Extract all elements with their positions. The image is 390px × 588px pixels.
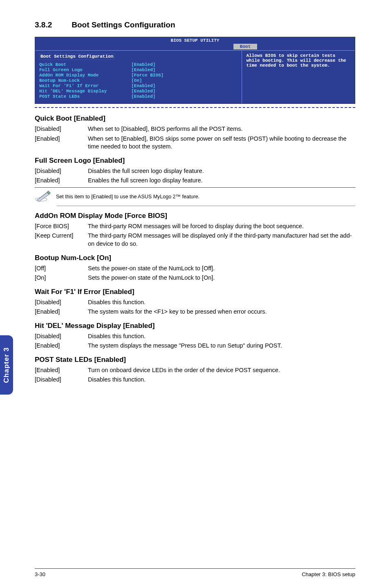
setting-block: Wait For 'F1' If Error [Enabled][Disable…: [35, 288, 355, 316]
setting-row-value: The third-party ROM messages will be for…: [88, 222, 355, 231]
bios-item-key: Wait For 'F1' If Error: [39, 83, 131, 88]
setting-row-key: [On]: [35, 274, 88, 282]
side-chapter-tab: Chapter 3: [0, 335, 13, 395]
note-divider-top: [35, 187, 355, 188]
bios-tabs: Boot: [35, 44, 355, 50]
section-title: Boot Settings Configuration: [72, 20, 175, 29]
setting-row-value: Disables the full screen logo display fe…: [88, 167, 355, 175]
bios-left-pane: Boot Settings Configuration Quick Boot[E…: [35, 51, 242, 103]
setting-block: Quick Boot [Enabled][Disabled]When set t…: [35, 114, 355, 151]
dashed-divider: [35, 107, 355, 108]
bios-setup-panel: BIOS SETUP UTILITY Boot Boot Settings Co…: [35, 37, 355, 104]
setting-row-value: The third-party ROM messages will be dis…: [88, 232, 355, 248]
bios-body: Boot Settings Configuration Quick Boot[E…: [35, 50, 355, 103]
bios-item-key: Hit 'DEL' Message Display: [39, 89, 131, 94]
setting-row: [Disabled]Disables this function.: [35, 376, 355, 384]
bios-item-value: [Force BIOS]: [131, 73, 164, 78]
setting-row-value: Disables this function.: [88, 332, 355, 341]
setting-row-key: [Enabled]: [35, 342, 88, 350]
footer-page-number: 3-30: [35, 571, 45, 577]
bios-item-row: Full Screen Logo[Enabled]: [39, 67, 238, 72]
footer-chapter-label: Chapter 3: BIOS setup: [302, 571, 355, 577]
svg-marker-1: [37, 192, 49, 202]
setting-block: Bootup Num-Lock [On][Off]Sets the power-…: [35, 254, 355, 282]
setting-title: POST State LEDs [Enabled]: [35, 356, 355, 364]
setting-row: [Enabled]Enables the full screen logo di…: [35, 177, 355, 185]
setting-row: [Disabled]Disables the full screen logo …: [35, 167, 355, 175]
setting-row-value: Enables the full screen logo display fea…: [88, 177, 355, 185]
setting-row: [Enabled]Turn on onboard device LEDs in …: [35, 366, 355, 375]
setting-row-value: Sets the power-on state of the NumLock t…: [88, 265, 355, 273]
bios-title: BIOS SETUP UTILITY: [35, 37, 355, 43]
setting-row-value: Disables this function.: [88, 298, 355, 307]
setting-row-value: The system waits for the <F1> key to be …: [88, 308, 355, 316]
setting-block: Hit 'DEL' Message Display [Enabled][Disa…: [35, 322, 355, 350]
setting-row-key: [Disabled]: [35, 298, 88, 307]
setting-row-value: When set to [Enabled], BIOS skips some p…: [88, 135, 355, 151]
setting-row: [Disabled]Disables this function.: [35, 332, 355, 341]
bios-item-row: Hit 'DEL' Message Display[Enabled]: [39, 89, 238, 94]
bios-item-value: [Enabled]: [131, 67, 155, 72]
bios-item-row: Quick Boot[Enabled]: [39, 62, 238, 67]
setting-row-key: [Force BIOS]: [35, 222, 88, 231]
setting-row-value: Turn on onboard device LEDs in the order…: [88, 366, 355, 375]
setting-row: [Enabled]The system displays the message…: [35, 342, 355, 350]
setting-row-value: The system displays the message "Press D…: [88, 342, 355, 350]
bios-item-value: [Enabled]: [131, 94, 155, 99]
setting-row-key: [Disabled]: [35, 125, 88, 133]
setting-row-key: [Enabled]: [35, 135, 88, 151]
setting-block: Full Screen Logo [Enabled][Disabled]Disa…: [35, 157, 355, 206]
setting-row: [Disabled]When set to [Disabled], BIOS p…: [35, 125, 355, 133]
note-row: Set this item to [Enabled] to use the AS…: [35, 189, 355, 204]
bios-item-key: Bootup Num-Lock: [39, 78, 131, 83]
setting-title: AddOn ROM Display Mode [Force BIOS]: [35, 212, 355, 220]
setting-block: POST State LEDs [Enabled][Enabled]Turn o…: [35, 356, 355, 384]
setting-title: Wait For 'F1' If Error [Enabled]: [35, 288, 355, 296]
setting-title: Hit 'DEL' Message Display [Enabled]: [35, 322, 355, 330]
setting-row: [Enabled]When set to [Enabled], BIOS ski…: [35, 135, 355, 151]
bios-items: Quick Boot[Enabled]Full Screen Logo[Enab…: [39, 62, 238, 99]
pencil-icon: [35, 189, 56, 204]
setting-row: [Force BIOS]The third-party ROM messages…: [35, 222, 355, 231]
note-text: Set this item to [Enabled] to use the AS…: [56, 194, 199, 200]
setting-row: [Disabled]Disables this function.: [35, 298, 355, 307]
bios-item-value: [On]: [131, 78, 142, 83]
bios-item-key: POST State LEDs: [39, 94, 131, 99]
setting-row-key: [Disabled]: [35, 376, 88, 384]
bios-item-key: Full Screen Logo: [39, 67, 131, 72]
bios-item-key: AddOn ROM Display Mode: [39, 73, 131, 78]
setting-row-key: [Off]: [35, 265, 88, 273]
bios-item-key: Quick Boot: [39, 62, 131, 67]
bios-help-pane: Allows BIOS to skip certain tests while …: [242, 51, 355, 103]
setting-block: AddOn ROM Display Mode [Force BIOS][Forc…: [35, 212, 355, 248]
bios-active-tab: Boot: [233, 44, 257, 49]
note-divider-bottom: [57, 206, 355, 206]
setting-row-value: Disables this function.: [88, 376, 355, 384]
setting-row-key: [Enabled]: [35, 177, 88, 185]
bios-item-row: POST State LEDs[Enabled]: [39, 94, 238, 99]
setting-row-key: [Disabled]: [35, 332, 88, 341]
bios-item-value: [Enabled]: [131, 89, 155, 94]
setting-title: Full Screen Logo [Enabled]: [35, 157, 355, 165]
section-heading: 3.8.2 Boot Settings Configuration: [35, 20, 355, 29]
setting-row: [Enabled]The system waits for the <F1> k…: [35, 308, 355, 316]
setting-row-value: Sets the power-on state of the NumLock t…: [88, 274, 355, 282]
bios-item-row: AddOn ROM Display Mode[Force BIOS]: [39, 73, 238, 78]
setting-title: Bootup Num-Lock [On]: [35, 254, 355, 262]
setting-row: [Keep Current]The third-party ROM messag…: [35, 232, 355, 248]
setting-row-key: [Enabled]: [35, 366, 88, 375]
page-footer: 3-30 Chapter 3: BIOS setup: [35, 568, 355, 577]
setting-row-key: [Keep Current]: [35, 232, 88, 248]
setting-title: Quick Boot [Enabled]: [35, 114, 355, 123]
bios-section-label: Boot Settings Configuration: [39, 53, 114, 60]
bios-item-row: Bootup Num-Lock[On]: [39, 78, 238, 83]
bios-item-row: Wait For 'F1' If Error[Enabled]: [39, 83, 238, 88]
bios-item-value: [Enabled]: [131, 62, 155, 67]
section-number: 3.8.2: [35, 20, 69, 29]
side-chapter-label: Chapter 3: [2, 347, 11, 383]
setting-row-value: When set to [Disabled], BIOS performs al…: [88, 125, 355, 133]
setting-row: [On]Sets the power-on state of the NumLo…: [35, 274, 355, 282]
bios-item-value: [Enabled]: [131, 83, 155, 88]
setting-row-key: [Enabled]: [35, 308, 88, 316]
setting-row-key: [Disabled]: [35, 167, 88, 175]
